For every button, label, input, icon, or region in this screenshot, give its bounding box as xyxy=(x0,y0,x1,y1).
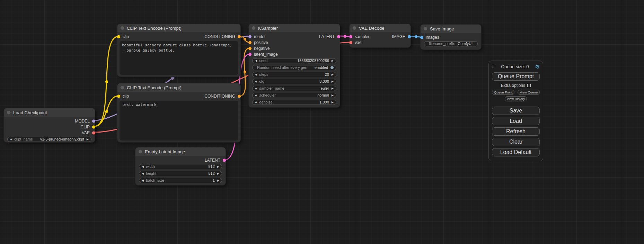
clip-output-dot[interactable] xyxy=(92,125,95,128)
refresh-button[interactable]: Refresh xyxy=(492,127,540,136)
model-output-dot[interactable] xyxy=(92,119,95,123)
increment-arrow-icon[interactable]: ▶ xyxy=(332,73,334,76)
decrement-arrow-icon[interactable]: ◀ xyxy=(10,138,12,141)
positive-input-dot[interactable] xyxy=(248,41,252,44)
node-clip-text-encode-positive[interactable]: CLIP Text Encode (Prompt) clip CONDITION… xyxy=(117,24,241,77)
vae-decode-title-bar[interactable]: VAE Decode xyxy=(350,24,411,32)
widget-label: steps xyxy=(259,73,268,76)
view-history-button[interactable]: View History xyxy=(505,96,527,101)
queue-prompt-button[interactable]: Queue Prompt xyxy=(492,72,540,81)
increment-arrow-icon[interactable]: ▶ xyxy=(332,101,334,104)
decrement-arrow-icon[interactable]: ◀ xyxy=(255,94,257,97)
model-input-dot[interactable] xyxy=(248,35,252,38)
ksampler-title-bar[interactable]: KSampler xyxy=(249,24,340,32)
load-checkpoint-title-bar[interactable]: Load Checkpoint xyxy=(4,108,95,117)
output-slot-model: MODEL xyxy=(4,118,95,124)
extra-options-checkbox[interactable] xyxy=(527,84,531,87)
batch-size-widget[interactable]: ◀ batch_size 1 ▶ xyxy=(139,178,222,183)
queue-menu-header: ⠿ Queue size: 0 ⚙ xyxy=(492,63,540,70)
queue-front-button[interactable]: Queue Front xyxy=(492,90,514,95)
node-ksampler[interactable]: KSampler model LATENT positive negative … xyxy=(248,24,340,108)
negative-input-dot[interactable] xyxy=(248,47,252,50)
decrement-arrow-icon[interactable]: ◀ xyxy=(142,172,144,175)
toggle-on-dot-icon[interactable] xyxy=(330,66,334,69)
link-midpoint-dot xyxy=(244,38,246,40)
node-status-dot-icon xyxy=(139,150,142,153)
denoise-widget[interactable]: ◀ denoise 1.000 ▶ xyxy=(252,100,336,105)
output-slot-latent: LATENT xyxy=(135,157,226,163)
link-midpoint-dot xyxy=(171,77,174,80)
increment-arrow-icon[interactable]: ▶ xyxy=(332,60,334,62)
clip-positive-title-bar[interactable]: CLIP Text Encode (Prompt) xyxy=(117,24,240,32)
node-status-dot-icon xyxy=(353,26,356,30)
node-load-checkpoint[interactable]: Load Checkpoint MODEL CLIP VAE ◀ ckpt_na… xyxy=(3,108,95,143)
cfg-widget[interactable]: ◀ cfg 8.000 ▶ xyxy=(252,79,336,84)
load-button[interactable]: Load xyxy=(492,117,540,125)
decrement-arrow-icon[interactable]: ◀ xyxy=(255,87,257,90)
decrement-arrow-icon[interactable]: ◀ xyxy=(255,80,257,83)
increment-arrow-icon[interactable]: ▶ xyxy=(217,172,219,175)
node-status-dot-icon xyxy=(252,26,255,30)
latent-output-dot[interactable] xyxy=(337,35,340,38)
latent-output-dot[interactable] xyxy=(223,159,226,162)
decrement-arrow-icon[interactable]: ◀ xyxy=(142,179,144,182)
vae-input-dot[interactable] xyxy=(349,41,352,44)
images-input-dot[interactable] xyxy=(420,36,423,39)
queue-small-buttons-row: Queue Front View Queue xyxy=(492,90,540,95)
increment-arrow-icon[interactable]: ▶ xyxy=(332,94,334,97)
node-save-image[interactable]: Save Image images filename_prefix ComfyU… xyxy=(420,24,482,50)
node-clip-text-encode-negative[interactable]: CLIP Text Encode (Prompt) clip CONDITION… xyxy=(117,83,241,143)
conditioning-output-dot[interactable] xyxy=(238,94,241,98)
node-title-text: KSampler xyxy=(258,26,278,31)
random-seed-toggle-widget[interactable]: Random seed after every gen enabled xyxy=(252,65,336,70)
image-output-dot[interactable] xyxy=(408,35,411,38)
conditioning-output-dot[interactable] xyxy=(238,35,241,38)
save-image-title-bar[interactable]: Save Image xyxy=(421,25,481,33)
negative-prompt-textarea[interactable]: text, watermark xyxy=(120,101,238,141)
empty-latent-title-bar[interactable]: Empty Latent Image xyxy=(135,147,226,156)
slot-label: VAE xyxy=(82,130,90,135)
width-widget[interactable]: ◀ width 512 ▶ xyxy=(139,164,222,169)
decrement-arrow-icon[interactable]: ◀ xyxy=(142,165,144,168)
decrement-arrow-icon[interactable]: ◀ xyxy=(255,101,257,104)
steps-widget[interactable]: ◀ steps 20 ▶ xyxy=(252,72,336,77)
load-default-button[interactable]: Load Default xyxy=(492,148,540,156)
clip-input-dot[interactable] xyxy=(117,94,120,98)
widget-label: batch_size xyxy=(146,179,164,182)
increment-arrow-icon[interactable]: ▶ xyxy=(217,179,219,182)
increment-arrow-icon[interactable]: ▶ xyxy=(217,165,219,168)
increment-arrow-icon[interactable]: ▶ xyxy=(87,138,89,141)
node-vae-decode[interactable]: VAE Decode samples IMAGE vae xyxy=(349,24,411,48)
height-widget[interactable]: ◀ height 512 ▶ xyxy=(139,171,222,176)
input-slot-negative: negative xyxy=(249,45,340,51)
vae-output-dot[interactable] xyxy=(92,131,95,134)
input-slot-images: images xyxy=(421,34,481,40)
slot-label: IMAGE xyxy=(392,34,405,39)
widget-value: enabled xyxy=(315,66,328,70)
increment-arrow-icon[interactable]: ▶ xyxy=(332,87,334,90)
decrement-arrow-icon[interactable]: ◀ xyxy=(255,60,257,62)
widget-value: normal xyxy=(317,93,329,97)
save-button[interactable]: Save xyxy=(492,107,540,115)
clip-negative-title-bar[interactable]: CLIP Text Encode (Prompt) xyxy=(117,83,240,92)
scheduler-widget[interactable]: ◀ scheduler normal ▶ xyxy=(252,93,336,98)
clip-input-dot[interactable] xyxy=(117,35,120,38)
seed-widget[interactable]: ◀ seed 156680208700286 ▶ xyxy=(252,58,336,63)
ckpt-name-widget[interactable]: ◀ ckpt_name v1-5-pruned-emaonly.ckpt ▶ xyxy=(7,137,91,142)
positive-prompt-textarea[interactable]: beautiful scenery nature glass bottle la… xyxy=(120,41,238,75)
slot-label: negative xyxy=(254,46,270,51)
node-empty-latent-image[interactable]: Empty Latent Image LATENT ◀ width 512 ▶ … xyxy=(135,147,226,186)
extra-options-row: Extra options xyxy=(492,83,540,88)
menu-drag-handle-icon[interactable]: ⠿ xyxy=(492,64,495,69)
widget-label: width xyxy=(146,165,155,169)
settings-gear-icon[interactable]: ⚙ xyxy=(535,64,540,69)
input-slot-positive: positive xyxy=(249,39,340,45)
sampler-name-widget[interactable]: ◀ sampler_name euler ▶ xyxy=(252,86,336,91)
increment-arrow-icon[interactable]: ▶ xyxy=(332,80,334,83)
samples-input-dot[interactable] xyxy=(349,35,352,38)
latent-image-input-dot[interactable] xyxy=(248,53,252,56)
clear-button[interactable]: Clear xyxy=(492,138,540,146)
decrement-arrow-icon[interactable]: ◀ xyxy=(255,73,257,76)
filename-prefix-widget[interactable]: filename_prefix ComfyUI xyxy=(424,41,478,46)
view-queue-button[interactable]: View Queue xyxy=(518,90,540,95)
